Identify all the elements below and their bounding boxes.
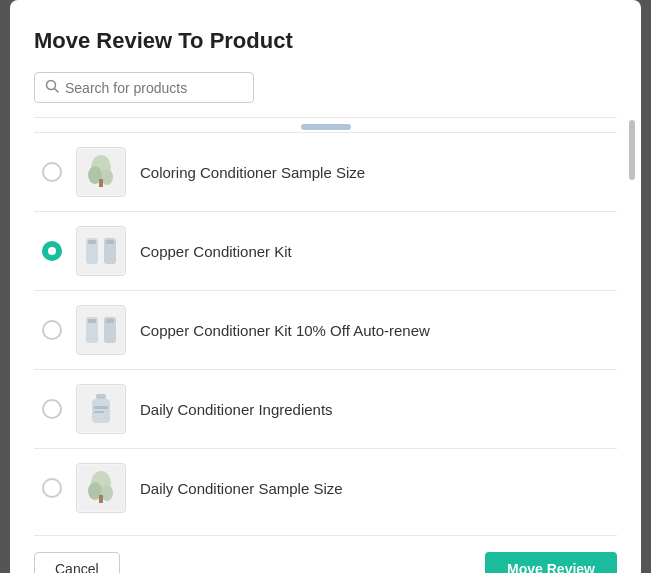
product-name: Copper Conditioner Kit bbox=[140, 243, 292, 260]
svg-rect-11 bbox=[106, 240, 114, 244]
product-name: Coloring Conditioner Sample Size bbox=[140, 164, 365, 181]
scroll-bar-thumb bbox=[301, 124, 351, 130]
cancel-button[interactable]: Cancel bbox=[34, 552, 120, 573]
radio-button[interactable] bbox=[42, 478, 62, 498]
product-thumbnail bbox=[76, 384, 126, 434]
list-item[interactable]: Copper Conditioner Kit bbox=[34, 212, 617, 291]
svg-rect-18 bbox=[96, 394, 106, 399]
svg-rect-12 bbox=[78, 307, 124, 353]
product-thumbnail bbox=[76, 147, 126, 197]
svg-rect-6 bbox=[99, 179, 103, 187]
modal: Move Review To Product Coloring Conditio… bbox=[10, 0, 641, 573]
radio-button[interactable] bbox=[42, 162, 62, 182]
svg-rect-16 bbox=[106, 319, 114, 323]
modal-title: Move Review To Product bbox=[34, 28, 617, 54]
move-review-button[interactable]: Move Review bbox=[485, 552, 617, 573]
radio-button[interactable] bbox=[42, 399, 62, 419]
list-item[interactable]: Daily Conditioner Sample Size bbox=[34, 449, 617, 527]
svg-rect-9 bbox=[88, 240, 96, 244]
product-thumbnail bbox=[76, 305, 126, 355]
radio-button[interactable] bbox=[42, 241, 62, 261]
scroll-indicator bbox=[34, 118, 617, 133]
svg-rect-7 bbox=[78, 228, 124, 274]
product-thumbnail bbox=[76, 463, 126, 513]
product-list: Coloring Conditioner Sample Size Copper … bbox=[34, 117, 617, 527]
svg-line-1 bbox=[55, 89, 59, 93]
scrollbar-track[interactable] bbox=[629, 120, 635, 540]
scrollbar-thumb bbox=[629, 120, 635, 180]
search-input[interactable] bbox=[65, 80, 243, 96]
svg-rect-21 bbox=[94, 411, 104, 413]
search-bar bbox=[34, 72, 254, 103]
search-icon bbox=[45, 79, 59, 96]
product-name: Daily Conditioner Sample Size bbox=[140, 480, 343, 497]
product-thumbnail bbox=[76, 226, 126, 276]
product-name: Copper Conditioner Kit 10% Off Auto-rene… bbox=[140, 322, 430, 339]
list-item[interactable]: Daily Conditioner Ingredients bbox=[34, 370, 617, 449]
footer: Cancel Move Review bbox=[34, 535, 617, 573]
svg-rect-26 bbox=[99, 495, 103, 503]
list-item[interactable]: Copper Conditioner Kit 10% Off Auto-rene… bbox=[34, 291, 617, 370]
list-item[interactable]: Coloring Conditioner Sample Size bbox=[34, 133, 617, 212]
svg-rect-20 bbox=[94, 406, 108, 409]
svg-rect-14 bbox=[88, 319, 96, 323]
radio-button[interactable] bbox=[42, 320, 62, 340]
product-name: Daily Conditioner Ingredients bbox=[140, 401, 333, 418]
